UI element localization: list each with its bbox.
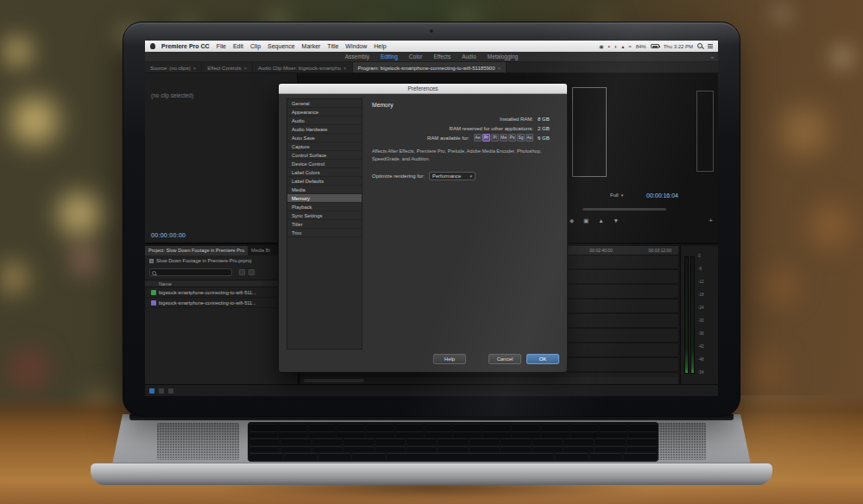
prefs-category-general[interactable]: General xyxy=(287,99,362,108)
lift-icon[interactable]: ▲ xyxy=(598,218,603,224)
project-file-row[interactable]: Slow Down Footage in Premiere Pro.prproj xyxy=(149,258,296,263)
app-badge-ps: Ps xyxy=(508,134,516,142)
prefs-category-audio[interactable]: Audio xyxy=(287,117,362,125)
close-icon[interactable]: × xyxy=(498,66,501,71)
list-view-icon[interactable] xyxy=(239,269,245,275)
prefs-category-trim[interactable]: Trim xyxy=(287,229,362,237)
project-file-name: Slow Down Footage in Premiere Pro.prproj xyxy=(156,258,251,263)
preferences-title-bar[interactable]: Preferences xyxy=(279,84,567,94)
prefs-category-audio-hardware[interactable]: Audio Hardware xyxy=(287,125,362,134)
menu-file[interactable]: File xyxy=(217,43,226,49)
prefs-category-list: GeneralAppearanceAudioAudio HardwareAuto… xyxy=(287,98,362,350)
workspace-tab-assembly[interactable]: Assembly xyxy=(345,54,369,60)
name-column-header[interactable]: Name xyxy=(145,280,298,287)
prefs-category-capture[interactable]: Capture xyxy=(287,142,362,151)
prefs-category-appearance[interactable]: Appearance xyxy=(287,108,362,117)
keyboard-key xyxy=(366,432,394,438)
menu-title[interactable]: Title xyxy=(327,43,338,49)
prefs-category-label-defaults[interactable]: Label Defaults xyxy=(287,177,362,186)
menu-window[interactable]: Window xyxy=(345,43,367,49)
ok-button[interactable]: OK xyxy=(526,354,559,364)
volume-icon[interactable]: ◗ xyxy=(614,44,618,49)
wifi-icon[interactable]: ≈ xyxy=(628,44,631,49)
project-item[interactable]: bigstock-smartphone-connecting-to-wifi-5… xyxy=(145,298,298,308)
bottom-toolbar-icon-2[interactable] xyxy=(159,388,164,394)
close-icon[interactable]: × xyxy=(343,66,347,71)
keyboard-key xyxy=(532,446,563,453)
project-tab-1[interactable]: Project: Slow Down Footage in Premiere P… xyxy=(145,246,248,255)
project-item[interactable]: bigstock-smartphone-connecting-to-wifi-5… xyxy=(145,287,298,298)
workspace-tab-audio[interactable]: Audio xyxy=(462,54,476,60)
menu-clip[interactable]: Clip xyxy=(250,43,261,49)
keyboard-key xyxy=(308,432,337,438)
project-tab-2[interactable]: Media Br xyxy=(248,246,274,255)
clip-name: bigstock-smartphone-connecting-to-wifi-5… xyxy=(159,290,256,295)
notification-center-icon[interactable] xyxy=(708,44,713,48)
battery-percent: 84% xyxy=(636,44,646,49)
keyboard-key xyxy=(395,432,424,438)
menu-bar-clock[interactable]: Thu 3:22 PM xyxy=(664,44,693,49)
keyboard-key xyxy=(564,438,594,445)
program-zoom-scrollbar[interactable] xyxy=(583,208,666,211)
workspace-tab-effects[interactable]: Effects xyxy=(433,54,450,60)
menu-edit[interactable]: Edit xyxy=(233,43,243,49)
close-icon[interactable]: × xyxy=(243,66,247,71)
keyboard-key xyxy=(589,453,623,460)
bottom-toolbar-icon-3[interactable] xyxy=(168,388,173,394)
keyboard-key xyxy=(343,438,374,445)
snap-icon[interactable] xyxy=(149,388,154,394)
help-button[interactable]: Help xyxy=(433,354,466,364)
keyboard-key xyxy=(555,453,589,460)
menu-marker[interactable]: Marker xyxy=(302,43,321,49)
spotlight-icon[interactable] xyxy=(697,43,703,49)
creative-cloud-icon[interactable]: ◉ xyxy=(599,44,603,49)
optimize-rendering-row: Optimize rendering for: Performance ▾ xyxy=(372,172,476,180)
keyboard-key xyxy=(249,424,278,431)
panel-tab-program[interactable]: Program: bigstock-smartphone-connecting-… xyxy=(353,62,507,73)
prefs-category-memory[interactable]: Memory xyxy=(287,194,362,203)
extract-icon[interactable]: ▼ xyxy=(614,218,619,224)
timeline-scrollbar-thumb[interactable] xyxy=(304,379,364,382)
close-icon[interactable]: × xyxy=(193,66,197,71)
button-editor-icon[interactable]: + xyxy=(709,217,713,224)
panel-tab-source[interactable]: Source: (no clips)× xyxy=(145,62,202,73)
panel-tab-effect-controls[interactable]: Effect Controls× xyxy=(202,62,253,73)
ram-app-badges: AePrPlMePsSgAu xyxy=(474,134,533,142)
panel-tabs: Source: (no clips)×Effect Controls×Audio… xyxy=(145,62,718,73)
workspace-tab-color[interactable]: Color xyxy=(409,54,423,60)
prefs-category-titler[interactable]: Titler xyxy=(287,220,362,229)
program-zoom-select[interactable]: Full ▾ xyxy=(610,192,623,198)
optimize-rendering-select[interactable]: Performance ▾ xyxy=(429,172,476,180)
source-monitor: (no clip selected) 00:00:00:00 xyxy=(145,73,298,243)
bottom-toolbar-icons xyxy=(149,388,173,394)
chevrons-right-icon[interactable]: » xyxy=(711,52,714,62)
installed-ram-label: Installed RAM: xyxy=(500,117,533,122)
display-icon[interactable]: ▪ xyxy=(608,44,610,49)
export-frame-icon[interactable]: ▣ xyxy=(583,218,589,224)
prefs-category-media[interactable]: Media xyxy=(287,186,362,194)
project-item-list: bigstock-smartphone-connecting-to-wifi-5… xyxy=(145,287,298,308)
keyboard-key xyxy=(337,432,365,438)
project-search-box[interactable] xyxy=(149,268,232,276)
cancel-button[interactable]: Cancel xyxy=(488,354,521,364)
icon-view-icon[interactable] xyxy=(249,269,255,275)
add-marker-icon[interactable]: ◆ xyxy=(570,218,574,224)
timeline-scrollbar[interactable] xyxy=(300,377,678,384)
prefs-category-device-control[interactable]: Device Control xyxy=(287,160,362,168)
prefs-category-playback[interactable]: Playback xyxy=(287,203,362,211)
panel-tab-audio-clip-mixer[interactable]: Audio Clip Mixer: bigstock-smartpho× xyxy=(253,62,353,73)
project-search-input[interactable] xyxy=(158,269,230,275)
keyboard-key xyxy=(628,432,657,438)
app-menu-title[interactable]: Premiere Pro CC xyxy=(161,43,210,49)
installed-ram-value: 8 GB xyxy=(538,117,558,122)
prefs-category-label-colors[interactable]: Label Colors xyxy=(287,168,362,177)
prefs-category-auto-save[interactable]: Auto Save xyxy=(287,134,362,142)
menu-sequence[interactable]: Sequence xyxy=(268,43,295,49)
apple-icon[interactable] xyxy=(150,43,155,49)
menu-help[interactable]: Help xyxy=(374,43,386,49)
workspace-tab-metalogging[interactable]: Metalogging xyxy=(488,54,518,60)
prefs-category-control-surface[interactable]: Control Surface xyxy=(287,151,362,160)
bluetooth-icon[interactable]: ▴ xyxy=(621,44,624,49)
prefs-category-sync-settings[interactable]: Sync Settings xyxy=(287,211,362,220)
workspace-tab-editing[interactable]: Editing xyxy=(381,54,398,60)
